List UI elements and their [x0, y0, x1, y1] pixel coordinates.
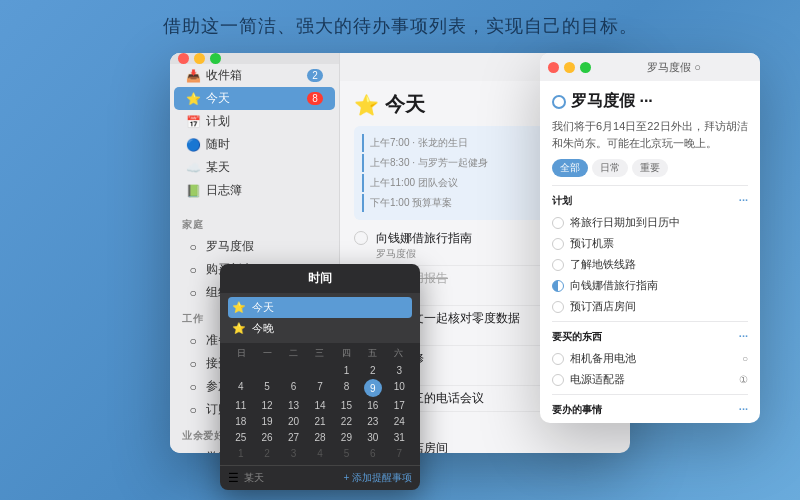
plan-check-1[interactable] — [552, 217, 564, 229]
plan-check-5[interactable] — [552, 301, 564, 313]
buy-section: 要买的东西 ··· — [552, 330, 748, 344]
someday-cal-icon: ☰ — [228, 471, 239, 485]
cal-footer: ☰ 某天 + 添加提醒事项 — [220, 465, 420, 490]
inbox-icon: 📥 — [186, 69, 200, 83]
tab-all[interactable]: 全部 — [552, 159, 588, 177]
plan-task-4[interactable]: 向钱娜借旅行指南 — [552, 275, 748, 296]
cal-days: 1 2 3 4 5 6 7 8 9 10 11 12 13 14 15 16 1… — [228, 363, 412, 461]
star-icon: ⭐ — [354, 93, 379, 117]
star-icon-today: ⭐ — [232, 301, 246, 314]
add-reminder-button[interactable]: + 添加提醒事项 — [343, 471, 412, 485]
calendar-popup: 时间 ⭐ 今天 ⭐ 今晚 日 一 二 三 四 五 六 — [220, 264, 420, 490]
detail-fullscreen-btn[interactable] — [580, 62, 591, 73]
anytime-icon: 🔵 — [186, 138, 200, 152]
detail-window-title: 罗马度假 ○ — [647, 60, 701, 75]
sidebar-item-today[interactable]: ⭐ 今天 8 — [174, 87, 335, 110]
plan-more-btn[interactable]: ··· — [739, 194, 748, 208]
today-heading: 今天 — [385, 91, 425, 118]
today-badge: 8 — [307, 92, 323, 105]
sidebar-item-inbox[interactable]: 📥 收件箱 2 — [174, 64, 335, 87]
inbox-badge: 2 — [307, 69, 323, 82]
todo-task-1[interactable]: 上烹饪课 — [552, 421, 748, 423]
list-icon4: ○ — [186, 334, 200, 348]
detail-tabs: 全部 日常 重要 — [552, 159, 748, 177]
cal-today-label: 今天 — [252, 300, 274, 315]
list-icon3: ○ — [186, 286, 200, 300]
sidebar-item-label: 罗马度假 — [206, 238, 254, 255]
sidebar-item-anytime[interactable]: 🔵 随时 — [174, 133, 335, 156]
minimize-button[interactable] — [194, 53, 205, 64]
detail-description: 我们将于6月14日至22日外出，拜访胡洁和朱尚东。可能在北京玩一晚上。 — [552, 118, 748, 151]
close-button[interactable] — [178, 53, 189, 64]
logbook-label: 日志簿 — [206, 182, 242, 199]
page-title: 借助这一简洁、强大的待办事项列表，实现自己的目标。 — [163, 0, 638, 48]
inbox-label: 收件箱 — [206, 67, 242, 84]
buy-task-2[interactable]: 电源适配器 ① — [552, 369, 748, 390]
cal-header: 时间 — [220, 264, 420, 293]
buy-check-1[interactable] — [552, 353, 564, 365]
cal-tonight-label: 今晚 — [252, 321, 274, 336]
today-icon: ⭐ — [186, 92, 200, 106]
cal-item-tonight[interactable]: ⭐ 今晚 — [228, 318, 412, 339]
detail-titlebar: 罗马度假 ○ — [540, 53, 760, 81]
plan-check-2[interactable] — [552, 238, 564, 250]
list-icon8: ○ — [186, 451, 200, 454]
detail-close-btn[interactable] — [548, 62, 559, 73]
plan-check-4[interactable] — [552, 280, 564, 292]
scheduled-label: 计划 — [206, 113, 230, 130]
anytime-label: 随时 — [206, 136, 230, 153]
someday-label: 某天 — [206, 159, 230, 176]
tab-daily[interactable]: 日常 — [592, 159, 628, 177]
todo-more-btn[interactable]: ··· — [739, 403, 748, 417]
sidebar-item-scheduled[interactable]: 📅 计划 — [174, 110, 335, 133]
detail-content: 罗马度假 ··· 我们将于6月14日至22日外出，拜访胡洁和朱尚东。可能在北京玩… — [540, 81, 760, 423]
todo-section: 要办的事情 ··· — [552, 403, 748, 417]
sidebar-item-logbook[interactable]: 📗 日志簿 — [174, 179, 335, 202]
plan-task-5[interactable]: 预订酒店房间 — [552, 296, 748, 317]
list-icon2: ○ — [186, 263, 200, 277]
logbook-icon: 📗 — [186, 184, 200, 198]
list-icon5: ○ — [186, 357, 200, 371]
detail-title-text: 罗马度假 ··· — [571, 91, 653, 112]
cal-items: ⭐ 今天 ⭐ 今晚 — [220, 293, 420, 343]
detail-circle-icon — [552, 95, 566, 109]
detail-title: 罗马度假 ··· — [552, 91, 748, 112]
plan-section: 计划 ··· — [552, 194, 748, 208]
fullscreen-button[interactable] — [210, 53, 221, 64]
cal-days-header: 日 一 二 三 四 五 六 — [228, 347, 412, 360]
cal-item-today[interactable]: ⭐ 今天 — [228, 297, 412, 318]
cal-today-day[interactable]: 9 — [364, 379, 382, 397]
calendar-icon: 📅 — [186, 115, 200, 129]
sidebar-item-romavacation[interactable]: ○ 罗马度假 — [174, 235, 335, 258]
tab-important[interactable]: 重要 — [632, 159, 668, 177]
someday-icon: ☁️ — [186, 161, 200, 175]
plan-task-2[interactable]: 预订机票 — [552, 233, 748, 254]
buy-check-2[interactable] — [552, 374, 564, 386]
detail-window: 罗马度假 ○ 罗马度假 ··· 我们将于6月14日至22日外出，拜访胡洁和朱尚东… — [540, 53, 760, 423]
list-icon6: ○ — [186, 380, 200, 394]
list-icon7: ○ — [186, 403, 200, 417]
sidebar-item-someday[interactable]: ☁️ 某天 — [174, 156, 335, 179]
sidebar-titlebar — [170, 53, 339, 64]
buy-task-1[interactable]: 相机备用电池 ○ — [552, 348, 748, 369]
family-section-header: 家庭 — [170, 210, 339, 235]
today-label: 今天 — [206, 90, 230, 107]
cal-someday-label: 某天 — [244, 471, 264, 485]
cal-grid: 日 一 二 三 四 五 六 1 2 3 4 5 6 7 8 — [220, 343, 420, 465]
task-check-1[interactable] — [354, 231, 368, 245]
plan-check-3[interactable] — [552, 259, 564, 271]
list-icon: ○ — [186, 240, 200, 254]
star-icon-tonight: ⭐ — [232, 322, 246, 335]
windows-container: 📥 收件箱 2 ⭐ 今天 8 📅 计划 🔵 随时 ☁️ 某天 — [0, 48, 800, 500]
plan-task-3[interactable]: 了解地铁线路 — [552, 254, 748, 275]
cal-title: 时间 — [308, 270, 332, 287]
plan-task-1[interactable]: 将旅行日期加到日历中 — [552, 212, 748, 233]
buy-more-btn[interactable]: ··· — [739, 330, 748, 344]
detail-minimize-btn[interactable] — [564, 62, 575, 73]
